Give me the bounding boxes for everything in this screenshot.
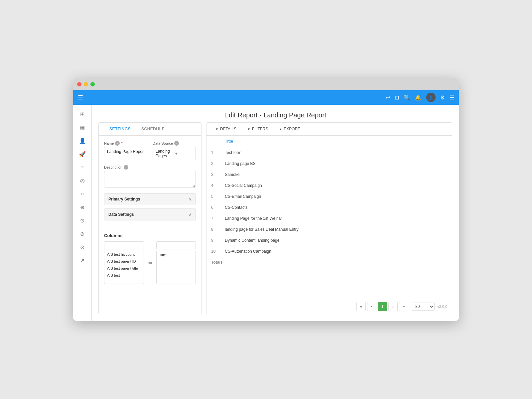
hamburger-menu-icon[interactable]: ☰ (78, 94, 83, 101)
data-source-label: Data Source i (153, 141, 196, 146)
titlebar (73, 78, 459, 90)
table-row[interactable]: 6 CS-Contacts (206, 202, 452, 213)
notification-icon[interactable]: 🔔 (415, 94, 422, 101)
available-columns-wrapper: A/B test hit count A/B test parent ID A/… (104, 241, 144, 284)
table-body: 1 Test form 2 Landing page BS 3 Samoke 4… (206, 147, 452, 257)
totals-label: Totals (206, 257, 452, 268)
grid-icon: ⊞ (80, 111, 84, 117)
sidebar-item-grid[interactable]: ⊞ (76, 108, 89, 120)
last-page-button[interactable]: » (399, 302, 408, 311)
tab-filters[interactable]: ▼ FILTERS (242, 123, 273, 135)
expand-icon[interactable]: ⊡ (395, 94, 399, 101)
list-item[interactable]: A/B test hit count (104, 251, 144, 258)
list-item[interactable]: A/B test (104, 272, 144, 279)
list-item[interactable]: A/B test parent ID (104, 258, 144, 265)
list-item[interactable]: A/B test parent title (104, 265, 144, 272)
selected-columns-wrapper: Title (156, 241, 196, 284)
available-columns-list[interactable]: A/B test hit count A/B test parent ID A/… (104, 251, 144, 284)
primary-settings-header[interactable]: Primary Settings ∨ (104, 194, 196, 205)
maximize-button[interactable] (90, 82, 95, 86)
table-row[interactable]: 7 Landing Page for the 1st Weinar (206, 213, 452, 224)
row-title: Dynamic Content landing page (220, 235, 452, 246)
data-settings-header[interactable]: Data Settings ∧ (104, 209, 196, 220)
settings-tabs: SETTINGS SCHEDULE (99, 123, 201, 136)
per-page-select[interactable]: 30 50 100 (412, 303, 435, 311)
list-item[interactable]: Title (157, 251, 196, 259)
sidebar-item-chart[interactable]: ↗ (76, 254, 89, 266)
required-indicator: * (121, 141, 122, 145)
sidebar-item-calendar[interactable]: ▦ (76, 121, 89, 133)
first-page-button[interactable]: « (356, 302, 366, 311)
data-source-info-icon[interactable]: i (174, 141, 179, 146)
row-title: CS-Automation Campaign (220, 246, 452, 257)
settings-icon[interactable]: ⚙ (440, 94, 445, 101)
calendar-icon: ▦ (80, 124, 85, 131)
sidebar-item-puzzle[interactable]: ⊕ (76, 201, 89, 213)
sidebar-item-time[interactable]: ⊙ (76, 241, 89, 253)
row-number: 9 (206, 235, 220, 246)
selected-columns-list[interactable]: Title (156, 251, 196, 284)
two-col-layout: SETTINGS SCHEDULE Name i * (92, 122, 459, 321)
transfer-icon[interactable]: ⇔ (147, 258, 154, 267)
sidebar-item-clock[interactable]: ○ (76, 188, 89, 200)
right-panel: ▼ DETAILS ▼ FILTERS ▲ EXPORT (206, 122, 452, 314)
table-row[interactable]: 9 Dynamic Content landing page (206, 235, 452, 246)
name-info-icon[interactable]: i (115, 141, 120, 146)
name-input[interactable] (104, 147, 147, 156)
primary-settings-chevron-down-icon: ∨ (189, 197, 192, 201)
tab-schedule[interactable]: SCHEDULE (136, 123, 170, 135)
back-icon[interactable]: ↩ (386, 94, 390, 101)
prev-page-button[interactable]: ‹ (367, 302, 376, 311)
available-columns-search[interactable] (104, 241, 144, 249)
current-page-button[interactable]: 1 (378, 302, 387, 311)
sidebar-item-user[interactable]: 👤 (76, 135, 89, 147)
app-window: ☰ ↩ ⊡ 🔍 🔔 👤 ⚙ ☰ ⊞ ▦ 👤 🚀 (73, 78, 459, 321)
description-info-icon[interactable]: i (124, 165, 128, 170)
export-arrow-up-icon: ▲ (279, 127, 282, 131)
table-row[interactable]: 10 CS-Automation Campaign (206, 246, 452, 257)
avatar[interactable]: 👤 (426, 93, 436, 102)
row-number: 7 (206, 213, 220, 224)
description-label: Description i (104, 165, 196, 170)
description-group: Description i (104, 165, 196, 189)
tab-settings[interactable]: SETTINGS (104, 123, 136, 135)
navbar: ☰ ↩ ⊡ 🔍 🔔 👤 ⚙ ☰ (73, 90, 459, 105)
sidebar-item-settings-circle[interactable]: ◎ (76, 175, 89, 187)
window-controls (77, 82, 95, 86)
globe-icon: ⊙ (80, 217, 84, 224)
row-title: CS-Email Campaign (220, 191, 452, 202)
table-row[interactable]: 1 Test form (206, 147, 452, 158)
table-row[interactable]: 8 landing page for Sales Deal Manual Ent… (206, 224, 452, 235)
primary-settings-accordion: Primary Settings ∨ (104, 193, 196, 205)
columns-section: Columns A/B test hit count A/B test pare… (99, 229, 201, 288)
tab-details[interactable]: ▼ DETAILS (210, 123, 242, 135)
row-number: 10 (206, 246, 220, 257)
data-source-dropdown[interactable]: Landing Pages ▼ (153, 147, 196, 160)
search-icon[interactable]: 🔍 (404, 94, 410, 101)
menu-icon[interactable]: ☰ (450, 94, 454, 101)
row-number: 3 (206, 169, 220, 180)
col-num (206, 136, 220, 147)
sidebar-item-ban[interactable]: ⊘ (76, 228, 89, 240)
table-row[interactable]: 3 Samoke (206, 169, 452, 180)
sidebar: ⊞ ▦ 👤 🚀 ≡ ◎ ○ ⊕ ⊙ (73, 105, 92, 321)
next-page-button[interactable]: › (388, 302, 398, 311)
row-title: CS-Contacts (220, 202, 452, 213)
minimize-button[interactable] (84, 82, 88, 86)
close-button[interactable] (77, 82, 81, 86)
table-row[interactable]: 5 CS-Email Campaign (206, 191, 452, 202)
form-row-name-source: Name i * Data Source i (104, 141, 196, 160)
table-row[interactable]: 4 CS-Social Campaign (206, 180, 452, 191)
col-title[interactable]: Title (220, 136, 452, 147)
selected-columns-search[interactable] (156, 241, 196, 249)
main-layout: ⊞ ▦ 👤 🚀 ≡ ◎ ○ ⊕ ⊙ (73, 105, 459, 321)
sidebar-item-layers[interactable]: ≡ (76, 161, 89, 173)
sidebar-item-rocket[interactable]: 🚀 (76, 148, 89, 160)
row-number: 5 (206, 191, 220, 202)
dropdown-arrow-icon: ▼ (174, 151, 193, 156)
user-icon: 👤 (79, 138, 86, 144)
tab-export[interactable]: ▲ EXPORT (273, 123, 305, 135)
description-textarea[interactable] (104, 171, 196, 188)
table-row[interactable]: 2 Landing page BS (206, 158, 452, 169)
sidebar-item-globe[interactable]: ⊙ (76, 214, 89, 226)
